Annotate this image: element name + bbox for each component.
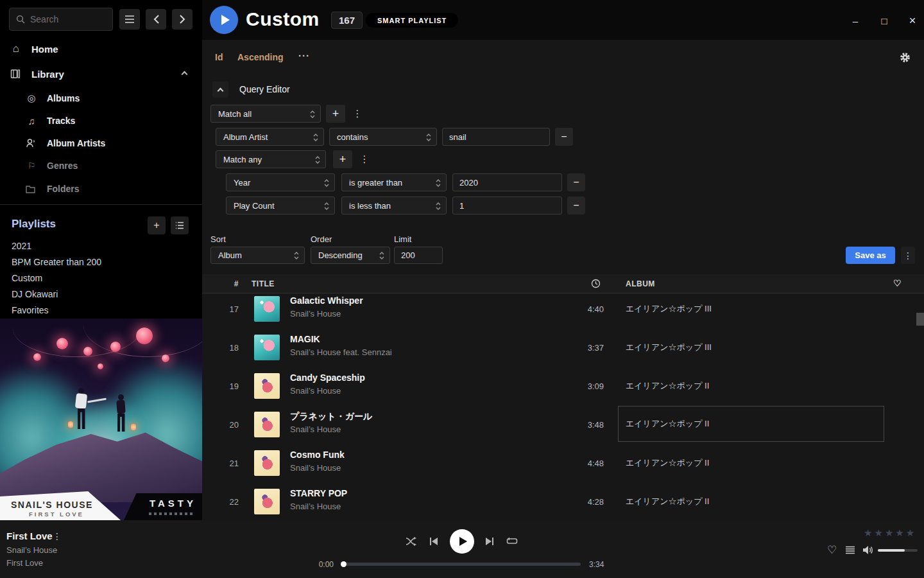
duration-clock-icon[interactable] [591,279,601,288]
rating-stars[interactable]: ★★★★★ [864,527,916,539]
previous-track-button[interactable] [429,537,438,546]
rule-value-input[interactable] [442,128,550,146]
volume-icon[interactable] [862,545,873,555]
track-artist: Snail’s House [290,309,341,319]
favorite-column-icon[interactable]: ♡ [893,278,902,288]
table-row[interactable]: 17 Galactic Whisper Snail’s House 4:40 エ… [202,294,924,328]
sort-more-button[interactable]: ··· [298,50,310,61]
smart-playlist-badge: SMART PLAYLIST [366,13,458,28]
track-artist: Snail’s House [290,463,341,473]
save-as-button[interactable]: Save as [846,247,895,264]
playlist-options-button[interactable] [171,216,189,234]
collapse-query-editor-button[interactable] [212,82,228,98]
table-row[interactable]: 20 プラネット・ガール Snail’s House 3:48 エイリアン☆ポッ… [202,405,924,444]
sidebar-item-tracks[interactable]: ♫ Tracks [26,112,75,130]
sidebar-item-genres[interactable]: ⚐ Genres [26,157,78,175]
sidebar-item-library[interactable]: Library [10,65,64,83]
scrollbar-thumb[interactable] [916,313,924,326]
minimize-button[interactable]: – [849,14,862,27]
star-icon[interactable]: ★ [885,527,895,538]
rule-operator-value: is less than [349,201,391,211]
star-icon[interactable]: ★ [864,527,874,538]
plus-icon: + [332,107,339,121]
group1-menu-button[interactable]: ⋮ [350,105,364,123]
table-row[interactable]: 18 MAGIK Snail’s House feat. Sennzai 3:3… [202,328,924,367]
collapse-library-icon[interactable] [182,71,188,78]
repeat-button[interactable] [506,536,518,546]
playlist-item[interactable]: DJ Okawari [12,286,58,302]
queue-icon[interactable] [845,546,855,554]
seek-bar[interactable] [343,563,581,566]
remove-rule-button[interactable]: − [555,128,573,146]
order-select[interactable]: Descending [311,247,390,264]
search-input[interactable] [30,14,106,24]
chevron-right-icon [180,15,185,24]
star-icon[interactable]: ★ [874,527,884,538]
remove-rule-button[interactable]: − [567,173,585,191]
plus-icon: + [153,220,159,231]
table-row[interactable]: 22 STARRY POP Snail’s House 4:28 エイリアン☆ポ… [202,482,924,520]
add-playlist-button[interactable]: + [148,216,166,234]
playlist-item[interactable]: BPM Greater than 200 [12,254,101,270]
play-pause-button[interactable] [450,529,474,554]
playlist-item[interactable]: Custom [12,270,42,286]
star-icon[interactable]: ★ [895,527,905,538]
shuffle-button[interactable] [406,536,417,547]
rule-field-select[interactable]: Play Count [226,197,335,215]
column-album[interactable]: ALBUM [626,279,655,288]
volume-slider[interactable] [878,549,918,552]
library-icon [10,69,22,79]
sidebar-item-home[interactable]: ⌂ Home [10,40,58,58]
forward-button[interactable] [172,9,193,30]
remove-rule-button[interactable]: − [567,197,585,215]
play-playlist-button[interactable] [210,6,238,34]
held-lantern [68,421,73,428]
sort-select[interactable]: Album [210,247,305,264]
playlist-item[interactable]: 2021 [12,238,31,254]
sidebar-item-label: Tracks [47,116,75,126]
table-row[interactable]: 21 Cosmo Funk Snail’s House 4:48 エイリアン☆ポ… [202,444,924,482]
add-rule-button-group1[interactable]: + [326,105,345,123]
group2-menu-button[interactable]: ⋮ [357,150,372,168]
table-row[interactable]: 19 Candy Spaceship Snail’s House 3:09 エイ… [202,367,924,405]
sidebar-item-album-artists[interactable]: Album Artists [26,134,105,152]
search-box[interactable] [9,8,113,31]
limit-input[interactable] [394,247,443,264]
match-select-group1[interactable]: Match all [210,105,321,123]
add-rule-button-group2[interactable]: + [333,150,352,168]
next-track-button[interactable] [485,537,494,546]
maximize-button[interactable]: □ [878,14,891,27]
rule-field-select[interactable]: Year [226,173,335,191]
save-menu-button[interactable]: ⋮ [901,247,915,264]
now-playing-artwork[interactable]: SNAIL'S HOUSE FIRST LOVE TASTY [0,319,202,520]
settings-gear-icon[interactable] [900,52,911,63]
back-button[interactable] [146,9,166,30]
column-title[interactable]: TITLE [252,279,275,288]
sort-field-button[interactable]: Id [215,52,223,62]
rule-value-input[interactable] [452,173,562,191]
match-select-group2[interactable]: Match any [216,150,326,168]
now-playing-menu-button[interactable]: ⋮ [53,531,62,541]
rule-field-select[interactable]: Album Artist [216,128,324,146]
rule-value-input[interactable] [452,197,562,215]
playlist-item-label: BPM Greater than 200 [12,257,101,267]
track-album: エイリアン☆ポップ II [626,444,709,482]
list-icon [175,222,184,229]
close-button[interactable]: × [906,14,919,27]
favorite-heart-icon[interactable]: ♡ [827,543,837,557]
star-icon[interactable]: ★ [906,527,916,538]
sidebar-item-albums[interactable]: ◎ Albums [26,89,80,107]
now-playing-album: First Love [6,558,43,568]
rule-operator-select[interactable]: contains [329,128,437,146]
seek-handle[interactable] [341,561,346,567]
sort-direction-button[interactable]: Ascending [237,52,284,62]
playlist-item[interactable]: Favorites [12,302,49,318]
sidebar-item-folders[interactable]: Folders [26,180,80,198]
menu-button[interactable] [119,9,140,30]
rule-operator-select[interactable]: is less than [341,197,447,215]
rule-operator-select[interactable]: is greater than [341,173,447,191]
maximize-icon: □ [881,15,887,26]
track-album-selected-cell[interactable]: エイリアン☆ポップ II [618,406,884,442]
select-updown-icon [315,155,320,164]
column-index[interactable]: # [221,279,239,288]
